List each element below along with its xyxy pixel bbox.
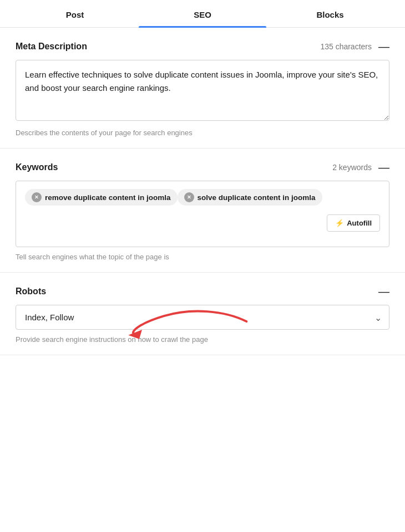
keyword-label: remove duplicate content in joomla [45, 193, 171, 202]
bolt-icon: ⚡ [335, 219, 344, 227]
robots-select[interactable]: Index, FollowNo Index, FollowIndex, No F… [16, 305, 389, 330]
keyword-tag: remove duplicate content in joomla [25, 189, 178, 206]
keywords-header: Keywords 2 keywords — [16, 162, 389, 173]
meta-description-header: Meta Description 135 characters — [16, 41, 389, 52]
keywords-meta: 2 keywords — [332, 162, 389, 173]
robots-meta: — [378, 286, 389, 297]
autofill-label: Autofill [347, 219, 372, 227]
robots-hint: Provide search engine instructions on ho… [16, 335, 389, 344]
keywords-tags-container: remove duplicate content in joomlasolve … [25, 189, 380, 211]
keywords-hint: Tell search engines what the topic of th… [16, 253, 389, 261]
keyword-label: solve duplicate content in joomla [198, 193, 316, 202]
autofill-button[interactable]: ⚡ Autofill [327, 214, 380, 232]
tab-post[interactable]: Post [11, 0, 139, 27]
keywords-collapse-icon[interactable]: — [378, 162, 389, 173]
autofill-row: ⚡ Autofill [25, 214, 380, 232]
robots-section: Robots — Index, FollowNo Index, FollowIn… [0, 273, 405, 355]
meta-description-input[interactable] [16, 60, 389, 121]
tab-bar: Post SEO Blocks [0, 0, 405, 28]
tab-seo[interactable]: SEO [139, 0, 266, 27]
keyword-remove-button[interactable] [184, 192, 194, 202]
meta-description-title: Meta Description [16, 42, 87, 52]
robots-select-wrapper: Index, FollowNo Index, FollowIndex, No F… [16, 305, 389, 330]
keyword-tag: solve duplicate content in joomla [178, 189, 322, 206]
meta-description-meta: 135 characters — [320, 41, 389, 52]
keywords-count: 2 keywords [332, 163, 372, 172]
meta-description-count: 135 characters [320, 42, 372, 51]
meta-description-hint: Describes the contents of your page for … [16, 129, 389, 137]
robots-title: Robots [16, 287, 46, 296]
keywords-section: Keywords 2 keywords — remove duplicate c… [0, 149, 405, 273]
robots-collapse-icon[interactable]: — [378, 286, 389, 297]
meta-description-section: Meta Description 135 characters — Descri… [0, 28, 405, 149]
keywords-title: Keywords [16, 162, 58, 172]
keyword-remove-button[interactable] [32, 192, 42, 202]
keywords-box: remove duplicate content in joomlasolve … [16, 181, 389, 247]
tab-blocks[interactable]: Blocks [266, 0, 394, 27]
robots-header: Robots — [16, 286, 389, 297]
meta-description-collapse-icon[interactable]: — [378, 41, 389, 52]
